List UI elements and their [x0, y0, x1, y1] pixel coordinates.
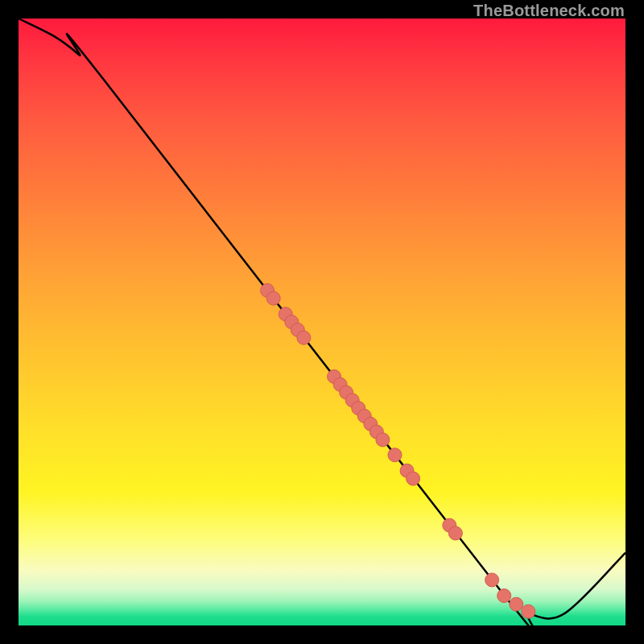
- data-point: [485, 573, 499, 587]
- data-point: [297, 331, 311, 345]
- data-point: [388, 448, 402, 462]
- bottleneck-curve: [19, 19, 625, 639]
- watermark-text: TheBottleneck.com: [473, 2, 625, 20]
- plot-area: [19, 19, 625, 625]
- data-points: [261, 283, 535, 618]
- chart-frame: TheBottleneck.com: [0, 0, 644, 644]
- data-point: [522, 605, 535, 618]
- data-point: [266, 291, 280, 305]
- chart-svg: [19, 19, 625, 625]
- data-point: [510, 597, 523, 611]
- data-point: [497, 589, 511, 603]
- curve-line: [19, 19, 625, 639]
- data-point: [407, 472, 420, 485]
- data-point: [376, 433, 390, 447]
- data-point: [448, 526, 462, 540]
